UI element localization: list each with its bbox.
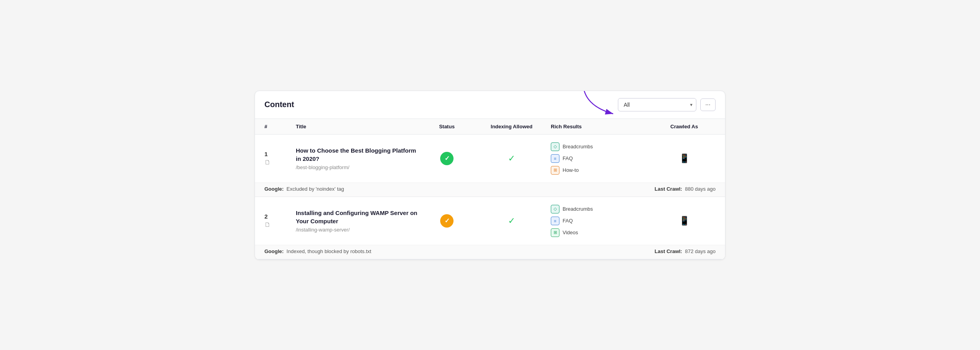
- rich-label-faq-2: FAQ: [563, 218, 573, 224]
- table-header: # Title Status Indexing Allowed Rich Res…: [255, 119, 725, 135]
- rich-item-faq: ≡ FAQ: [551, 154, 653, 163]
- last-crawl-2: Last Crawl: 872 days ago: [655, 248, 716, 254]
- row-num-1: 1 🗋: [264, 151, 296, 166]
- col-header-rich: Rich Results: [551, 124, 653, 129]
- col-header-indexing: Indexing Allowed: [472, 124, 551, 129]
- howto-icon: ⊞: [551, 166, 559, 175]
- row-num-2: 2 🗋: [264, 213, 296, 228]
- row-title-2: Installing and Configuring WAMP Server o…: [296, 209, 421, 225]
- breadcrumbs-icon: ◇: [551, 142, 559, 151]
- crawled-cell-2: 📱: [653, 216, 716, 226]
- row-title-col-2: Installing and Configuring WAMP Server o…: [296, 209, 421, 233]
- crawled-cell-1: 📱: [653, 153, 716, 164]
- index-cell-2: ✓: [472, 216, 551, 226]
- filter-select-wrapper[interactable]: All Indexed Not Indexed Blocked ▾: [618, 98, 696, 111]
- mobile-icon: 📱: [679, 153, 690, 164]
- google-note-text-2: Indexed, though blocked by robots.txt: [286, 248, 371, 254]
- content-card: Content All Indexed Not Indexed: [255, 91, 725, 260]
- rich-results-1: ◇ Breadcrumbs ≡ FAQ ⊞ How-to: [551, 142, 653, 175]
- google-note-text-1: Excluded by 'noindex' tag: [286, 186, 344, 192]
- checkmark-icon: ✓: [444, 217, 450, 224]
- google-note-2: Google: Indexed, though blocked by robot…: [264, 248, 371, 254]
- last-crawl-1: Last Crawl: 880 days ago: [655, 186, 716, 192]
- table-row: 2 🗋 Installing and Configuring WAMP Serv…: [255, 197, 725, 259]
- google-note-1: Google: Excluded by 'noindex' tag: [264, 186, 344, 192]
- col-header-title: Title: [296, 124, 421, 129]
- document-icon: 🗋: [264, 159, 271, 166]
- col-header-num: #: [264, 124, 296, 129]
- col-header-crawled: Crawled As: [653, 124, 716, 129]
- rich-item-breadcrumbs-2: ◇ Breadcrumbs: [551, 205, 653, 213]
- rich-item-videos: ⊞ Videos: [551, 228, 653, 237]
- table-row: 1 🗋 How to Choose the Best Blogging Plat…: [255, 135, 725, 197]
- google-prefix: Google:: [264, 186, 284, 192]
- col-header-status: Status: [421, 124, 472, 129]
- index-check-icon: ✓: [508, 216, 515, 226]
- status-circle-green: ✓: [440, 152, 454, 165]
- rich-label-breadcrumbs: Breadcrumbs: [563, 144, 593, 149]
- index-check-icon: ✓: [508, 153, 515, 164]
- rich-results-2: ◇ Breadcrumbs ≡ FAQ ⊞ Videos: [551, 205, 653, 237]
- row-meta-1: Google: Excluded by 'noindex' tag Last C…: [255, 182, 725, 197]
- status-cell-1: ✓: [421, 152, 472, 165]
- rich-item-breadcrumbs: ◇ Breadcrumbs: [551, 142, 653, 151]
- row-url-2: /installing-wamp-server/: [296, 227, 421, 233]
- rich-label-howto: How-to: [563, 167, 579, 173]
- more-options-button[interactable]: ···: [700, 98, 716, 111]
- row-url-1: /best-blogging-platform/: [296, 164, 421, 170]
- card-header: Content All Indexed Not Indexed: [255, 91, 725, 119]
- row-main-2: 2 🗋 Installing and Configuring WAMP Serv…: [255, 197, 725, 245]
- row-title-1: How to Choose the Best Blogging Platform…: [296, 146, 421, 163]
- document-icon: 🗋: [264, 221, 271, 228]
- row-number: 2: [264, 213, 268, 220]
- row-meta-2: Google: Indexed, though blocked by robot…: [255, 245, 725, 259]
- rich-label-faq: FAQ: [563, 155, 573, 161]
- rich-label-breadcrumbs-2: Breadcrumbs: [563, 206, 593, 212]
- videos-icon: ⊞: [551, 228, 559, 237]
- rich-label-videos: Videos: [563, 230, 578, 235]
- faq-icon: ≡: [551, 217, 559, 225]
- rich-item-howto: ⊞ How-to: [551, 166, 653, 175]
- index-cell-1: ✓: [472, 153, 551, 164]
- rich-item-faq-2: ≡ FAQ: [551, 217, 653, 225]
- checkmark-icon: ✓: [444, 155, 450, 162]
- last-crawl-text-2: 872 days ago: [685, 248, 716, 254]
- row-title-col-1: How to Choose the Best Blogging Platform…: [296, 146, 421, 170]
- row-number: 1: [264, 151, 268, 157]
- card-title: Content: [264, 100, 294, 109]
- google-prefix: Google:: [264, 248, 284, 254]
- breadcrumbs-icon: ◇: [551, 205, 559, 213]
- row-main-1: 1 🗋 How to Choose the Best Blogging Plat…: [255, 135, 725, 182]
- filter-select[interactable]: All Indexed Not Indexed Blocked: [618, 98, 696, 111]
- header-right: All Indexed Not Indexed Blocked ▾ ···: [618, 98, 716, 111]
- status-circle-orange: ✓: [440, 214, 454, 228]
- last-crawl-prefix: Last Crawl:: [655, 248, 682, 254]
- arrow-annotation: [576, 91, 623, 120]
- mobile-icon: 📱: [679, 216, 690, 226]
- faq-icon: ≡: [551, 154, 559, 163]
- last-crawl-prefix: Last Crawl:: [655, 186, 682, 192]
- last-crawl-text-1: 880 days ago: [685, 186, 716, 192]
- status-cell-2: ✓: [421, 214, 472, 228]
